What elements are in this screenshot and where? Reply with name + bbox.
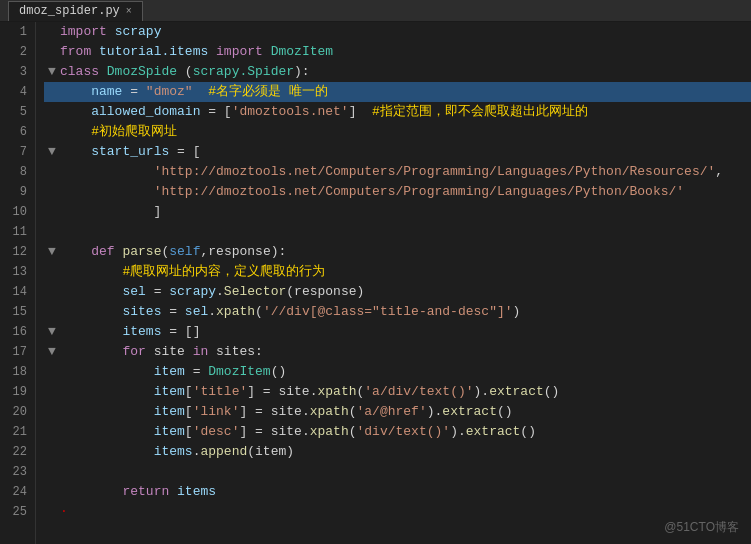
method: extract <box>489 382 544 402</box>
string: 'div/text()' <box>357 422 451 442</box>
line-num: 14 <box>8 282 27 302</box>
string: "dmoz" <box>146 82 193 102</box>
code-line-2: from tutorial.items import DmozItem <box>44 42 751 62</box>
method: xpath <box>310 422 349 442</box>
code-line-10: ] <box>44 202 751 222</box>
code-line-17: ▼ for site in sites: <box>44 342 751 362</box>
string: 'title' <box>193 382 248 402</box>
fold-gutter <box>44 162 60 182</box>
code-line-23 <box>44 462 751 482</box>
line-num: 1 <box>8 22 27 42</box>
method: extract <box>466 422 521 442</box>
code-line-20: item['link'] = site.xpath('a/@href').ext… <box>44 402 751 422</box>
code-line-21: item['desc'] = site.xpath('div/text()').… <box>44 422 751 442</box>
fold-gutter <box>44 182 60 202</box>
keyword: from <box>60 42 91 62</box>
string: 'dmoztools.net' <box>232 102 349 122</box>
line-num: 16 <box>8 322 27 342</box>
line-num: 6 <box>8 122 27 142</box>
line-num: 15 <box>8 302 27 322</box>
tab-close-icon[interactable]: × <box>126 6 132 17</box>
line-num: 24 <box>8 482 27 502</box>
code-line-13: #爬取网址的内容，定义爬取的行为 <box>44 262 751 282</box>
fold-icon[interactable]: ▼ <box>44 342 60 362</box>
fold-gutter <box>44 82 60 102</box>
fold-gutter <box>44 42 60 62</box>
comment: #初始爬取网址 <box>91 122 177 142</box>
line-num: 3 <box>8 62 27 82</box>
fold-icon[interactable]: ▼ <box>44 62 60 82</box>
code-line-19: item['title'] = site.xpath('a/div/text()… <box>44 382 751 402</box>
fold-gutter <box>44 102 60 122</box>
code-line-25: · <box>44 502 751 522</box>
module-name: scrapy <box>115 22 162 42</box>
line-num: 23 <box>8 462 27 482</box>
string: '//div[@class="title-and-desc"]' <box>263 302 513 322</box>
code-line-5: allowed_domain = ['dmoztools.net'] #指定范围… <box>44 102 751 122</box>
line-num: 11 <box>8 222 27 242</box>
method: xpath <box>216 302 255 322</box>
line-num: 21 <box>8 422 27 442</box>
items-var: items <box>122 322 161 342</box>
code-line-1: import scrapy <box>44 22 751 42</box>
keyword: class <box>60 62 107 82</box>
line-num: 8 <box>8 162 27 182</box>
class-call: DmozItem <box>208 362 270 382</box>
fold-icon[interactable]: ▼ <box>44 242 60 262</box>
var: sel <box>185 302 208 322</box>
keyword: return <box>122 482 169 502</box>
title-bar: dmoz_spider.py × <box>0 0 751 22</box>
code-line-8: 'http://dmoztools.net/Computers/Programm… <box>44 162 751 182</box>
keyword: import <box>60 22 107 42</box>
keyword: import <box>216 42 263 62</box>
method: extract <box>442 402 497 422</box>
string: 'http://dmoztools.net/Computers/Programm… <box>154 182 685 202</box>
fold-gutter <box>44 502 60 522</box>
fold-gutter <box>44 442 60 462</box>
fold-gutter <box>44 362 60 382</box>
line-num: 18 <box>8 362 27 382</box>
line-num: 12 <box>8 242 27 262</box>
comment: #爬取网址的内容，定义爬取的行为 <box>122 262 325 282</box>
fold-gutter <box>44 462 60 482</box>
method: xpath <box>317 382 356 402</box>
keyword: def <box>91 242 122 262</box>
line-num: 10 <box>8 202 27 222</box>
code-line-18: item = DmozItem() <box>44 362 751 382</box>
string: 'desc' <box>193 422 240 442</box>
keyword: for <box>122 342 145 362</box>
comment: #指定范围，即不会爬取超出此网址的 <box>372 102 588 122</box>
code-line-3: ▼ class DmozSpide (scrapy.Spider): <box>44 62 751 82</box>
code-line-22: items.append(item) <box>44 442 751 462</box>
var: item <box>154 402 185 422</box>
code-area: import scrapy from tutorial.items import… <box>36 22 751 544</box>
line-num: 20 <box>8 402 27 422</box>
line-num: 5 <box>8 102 27 122</box>
fold-gutter <box>44 122 60 142</box>
var: scrapy <box>169 282 216 302</box>
code-line-4: name = "dmoz" #名字必须是 唯一的 <box>44 82 751 102</box>
var: sites <box>122 302 161 322</box>
fold-icon[interactable]: ▼ <box>44 142 60 162</box>
method: Selector <box>224 282 286 302</box>
fold-gutter <box>44 22 60 42</box>
code-line-16: ▼ items = [] <box>44 322 751 342</box>
line-num: 4 <box>8 82 27 102</box>
class-name: DmozSpide <box>107 62 177 82</box>
code-line-14: sel = scrapy.Selector(response) <box>44 282 751 302</box>
fold-gutter <box>44 382 60 402</box>
line-num: 19 <box>8 382 27 402</box>
var: items <box>154 442 193 462</box>
method: append <box>200 442 247 462</box>
string: 'http://dmoztools.net/Computers/Programm… <box>154 162 716 182</box>
code-line-11 <box>44 222 751 242</box>
var: sel <box>122 282 145 302</box>
editor-tab[interactable]: dmoz_spider.py × <box>8 1 143 21</box>
fold-icon[interactable]: ▼ <box>44 322 60 342</box>
code-line-12: ▼ def parse(self,response): <box>44 242 751 262</box>
line-num: 22 <box>8 442 27 462</box>
code-line-6: #初始爬取网址 <box>44 122 751 142</box>
var: allowed_domain <box>91 102 200 122</box>
fold-gutter <box>44 222 60 242</box>
code-line-15: sites = sel.xpath('//div[@class="title-a… <box>44 302 751 322</box>
